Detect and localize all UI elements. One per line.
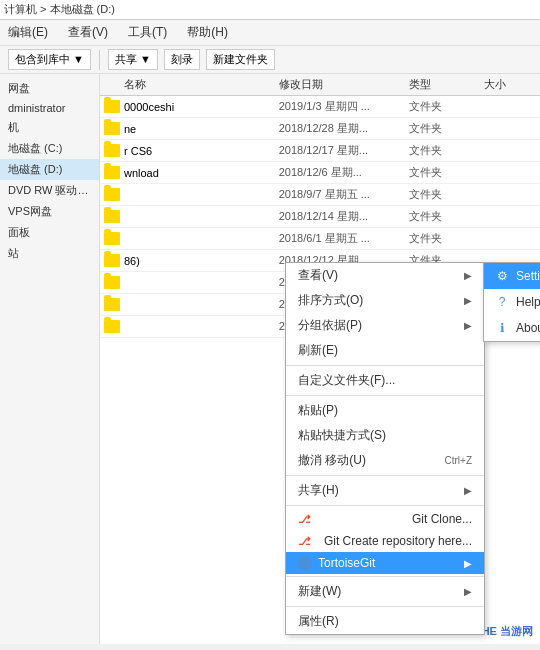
context-menu: 查看(V) ▶ 排序方式(O) ▶ 分组依据(P) ▶ 刷新(E) 自定义文件夹… — [285, 262, 485, 635]
ctx-customize[interactable]: 自定义文件夹(F)... — [286, 368, 484, 393]
submenu-settings[interactable]: ⚙ Settings — [484, 263, 540, 289]
ctx-group[interactable]: 分组依据(P) ▶ — [286, 313, 484, 338]
git-create-icon: ⎇ — [298, 535, 311, 548]
toolbar-separator-1 — [99, 50, 100, 70]
ctx-sep-6 — [286, 606, 484, 607]
sidebar-item-admin[interactable]: dministrator — [0, 99, 99, 117]
menu-tools[interactable]: 工具(T) — [124, 22, 171, 43]
menu-edit[interactable]: 编辑(E) — [4, 22, 52, 43]
ctx-view-arrow: ▶ — [464, 270, 472, 281]
sidebar-item-vps[interactable]: VPS网盘 — [0, 201, 99, 222]
ctx-new[interactable]: 新建(W) ▶ — [286, 579, 484, 604]
settings-icon: ⚙ — [494, 268, 510, 284]
git-clone-icon: ⎇ — [298, 513, 311, 526]
toolbar-share[interactable]: 共享 ▼ — [108, 49, 158, 70]
ctx-sort-arrow: ▶ — [464, 295, 472, 306]
submenu-help[interactable]: ? Help — [484, 289, 540, 315]
ctx-paste-shortcut[interactable]: 粘贴快捷方式(S) — [286, 423, 484, 448]
ctx-sep-3 — [286, 475, 484, 476]
ctx-tortoisegit-arrow: ▶ — [464, 558, 472, 569]
about-icon: ℹ — [494, 320, 510, 336]
breadcrumb: 计算机 > 本地磁盘 (D:) — [4, 2, 115, 17]
ctx-share-arrow: ▶ — [464, 485, 472, 496]
menu-help[interactable]: 帮助(H) — [183, 22, 232, 43]
menu-bar: 编辑(E) 查看(V) 工具(T) 帮助(H) — [0, 20, 540, 46]
ctx-tortoisegit[interactable]: TortoiseGit ▶ — [286, 552, 484, 574]
submenu-settings-label: Settings — [516, 269, 540, 283]
ctx-git-create[interactable]: ⎇ Git Create repository here... — [286, 530, 484, 552]
toolbar-burn[interactable]: 刻录 — [164, 49, 200, 70]
ctx-properties[interactable]: 属性(R) — [286, 609, 484, 634]
submenu: ⚙ Settings ? Help ℹ About — [483, 262, 540, 342]
toolbar-include-library[interactable]: 包含到库中 ▼ — [8, 49, 91, 70]
sidebar-item-wangpan[interactable]: 网盘 — [0, 78, 99, 99]
toolbar: 包含到库中 ▼ 共享 ▼ 刻录 新建文件夹 — [0, 46, 540, 74]
ctx-refresh[interactable]: 刷新(E) — [286, 338, 484, 363]
ctx-undo[interactable]: 撤消 移动(U) Ctrl+Z — [286, 448, 484, 473]
ctx-undo-shortcut: Ctrl+Z — [445, 455, 473, 466]
sidebar-item-d[interactable]: 地磁盘 (D:) — [0, 159, 99, 180]
sidebar-item-dvd[interactable]: DVD RW 驱动器 ( — [0, 180, 99, 201]
menu-view[interactable]: 查看(V) — [64, 22, 112, 43]
ctx-sep-4 — [286, 505, 484, 506]
sidebar-item-c[interactable]: 地磁盘 (C:) — [0, 138, 99, 159]
sidebar-item-panel[interactable]: 面板 — [0, 222, 99, 243]
ctx-sep-1 — [286, 365, 484, 366]
ctx-sort[interactable]: 排序方式(O) ▶ — [286, 288, 484, 313]
ctx-sep-2 — [286, 395, 484, 396]
ctx-view[interactable]: 查看(V) ▶ — [286, 263, 484, 288]
submenu-help-label: Help — [516, 295, 540, 309]
title-bar: 计算机 > 本地磁盘 (D:) — [0, 0, 540, 20]
ctx-group-arrow: ▶ — [464, 320, 472, 331]
tortoisegit-icon — [298, 556, 312, 570]
sidebar-item-computer[interactable]: 机 — [0, 117, 99, 138]
sidebar-item-site[interactable]: 站 — [0, 243, 99, 264]
help-icon: ? — [494, 294, 510, 310]
file-area: 名称 修改日期 类型 大小 0000ceshi 2019/1/3 星期四 ...… — [100, 74, 540, 644]
submenu-about-label: About — [516, 321, 540, 335]
toolbar-new-folder[interactable]: 新建文件夹 — [206, 49, 275, 70]
ctx-new-arrow: ▶ — [464, 586, 472, 597]
ctx-sep-5 — [286, 576, 484, 577]
sidebar: 网盘 dministrator 机 地磁盘 (C:) 地磁盘 (D:) DVD … — [0, 74, 100, 644]
ctx-git-clone[interactable]: ⎇ Git Clone... — [286, 508, 484, 530]
main-layout: 网盘 dministrator 机 地磁盘 (C:) 地磁盘 (D:) DVD … — [0, 74, 540, 644]
submenu-about[interactable]: ℹ About — [484, 315, 540, 341]
ctx-share[interactable]: 共享(H) ▶ — [286, 478, 484, 503]
ctx-paste[interactable]: 粘贴(P) — [286, 398, 484, 423]
context-menu-overlay[interactable]: 查看(V) ▶ 排序方式(O) ▶ 分组依据(P) ▶ 刷新(E) 自定义文件夹… — [100, 74, 540, 644]
